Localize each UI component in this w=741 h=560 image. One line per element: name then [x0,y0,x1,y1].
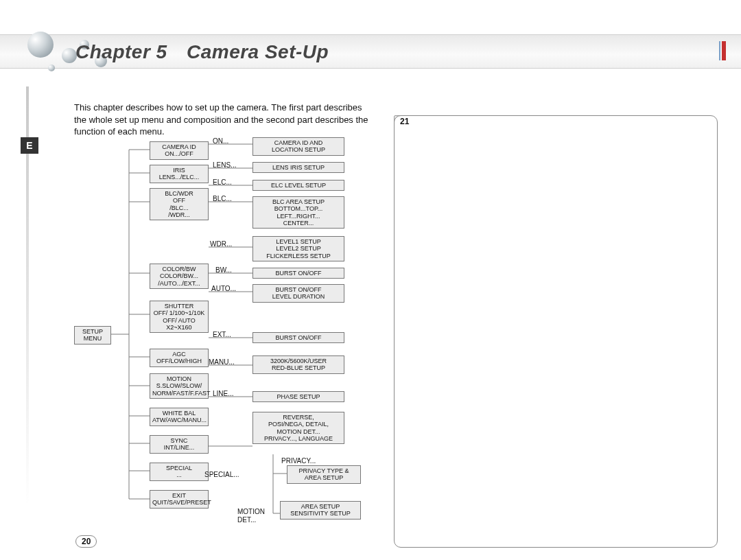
menu-iris: IRISLENS.../ELC... [150,165,209,183]
menu-exit: EXITQUIT/SAVE/PRESET [150,490,209,509]
menu-special: SPECIAL... [150,463,209,481]
label-auto: AUTO... [211,285,236,292]
chapter-number: 5 [156,41,167,62]
label-ext: EXT... [213,331,231,338]
label-lens: LENS... [213,161,236,169]
sub-auto-burst: BURST ON/OFFLEVEL DURATION [252,284,344,303]
label-privacy: PRIVACY... [281,457,316,465]
tree-root: SETUP MENU [74,326,111,345]
sub-blc-area: BLC AREA SETUPBOTTOM...TOP...LEFT...RIGH… [252,196,344,229]
menu-tree-diagram: SETUP MENU CAMERA IDON.../OFF IRISLENS..… [74,137,369,522]
sub-bw-burst: BURST ON/OFF [252,268,344,279]
label-motion-det-1: MOTION [237,508,265,515]
sub-manu-color: 3200K/5600K/USERRED-BLUE SETUP [252,355,344,374]
menu-agc: AGCOFF/LOW/HIGH [150,349,209,367]
sub-lens-iris: LENS IRIS SETUP [252,162,344,173]
menu-shutter: SHUTTEROFF/ 1/100~1/10KOFF/ AUTOX2~X160 [150,301,209,333]
sub-privacy: PRIVACY TYPE &AREA SETUP [287,465,361,484]
sub-special: REVERSE,POSI/NEGA, DETAIL,MOTION DET...P… [252,412,344,444]
menu-camera-id: CAMERA IDON.../OFF [150,141,209,160]
sub-phase: PHASE SETUP [252,391,344,402]
page-number-left: 20 [75,535,97,548]
menu-white-bal: WHITE BALATW/AWC/MANU... [150,408,209,426]
label-special: SPECIAL... [204,471,239,478]
label-manu: MANU... [209,358,235,366]
page-number-right: 21 [394,115,718,548]
label-line: LINE... [213,390,234,397]
side-tab-left: E [21,137,38,154]
menu-motion: MOTIONS.SLOW/SLOW/NORM/FAST/F.FAST [150,373,209,399]
chapter-heading: Chapter 5 Camera Set-Up [75,41,329,63]
intro-text: This chapter describes how to set up the… [74,102,369,138]
label-blc: BLC... [213,195,232,202]
label-elc: ELC... [213,178,232,186]
chapter-label: Chapter [75,41,150,62]
sub-camera-id-loc: CAMERA ID ANDLOCATION SETUP [252,137,344,156]
menu-sync: SYNCINT/LINE... [150,435,209,454]
sub-elc-level: ELC LEVEL SETUP [252,180,344,191]
label-bw: BW... [215,266,232,274]
header-accent-red [722,41,726,60]
chapter-title: Camera Set-Up [187,41,329,62]
label-motion-det-2: DET... [237,516,256,524]
menu-color-bw: COLOR/BWCOLOR/BW.../AUTO.../EXT... [150,264,209,289]
header-accent-blue [719,41,720,60]
label-wdr: WDR... [210,240,232,248]
sub-ext-burst: BURST ON/OFF [252,332,344,343]
sub-motion-det: AREA SETUPSENSITIVITY SETUP [280,501,361,520]
menu-blc-wdr: BLC/WDROFF/BLC.../WDR... [150,188,209,220]
sub-wdr-levels: LEVEL1 SETUPLEVEL2 SETUPFLICKERLESS SETU… [252,236,344,261]
label-on: ON... [213,137,228,145]
